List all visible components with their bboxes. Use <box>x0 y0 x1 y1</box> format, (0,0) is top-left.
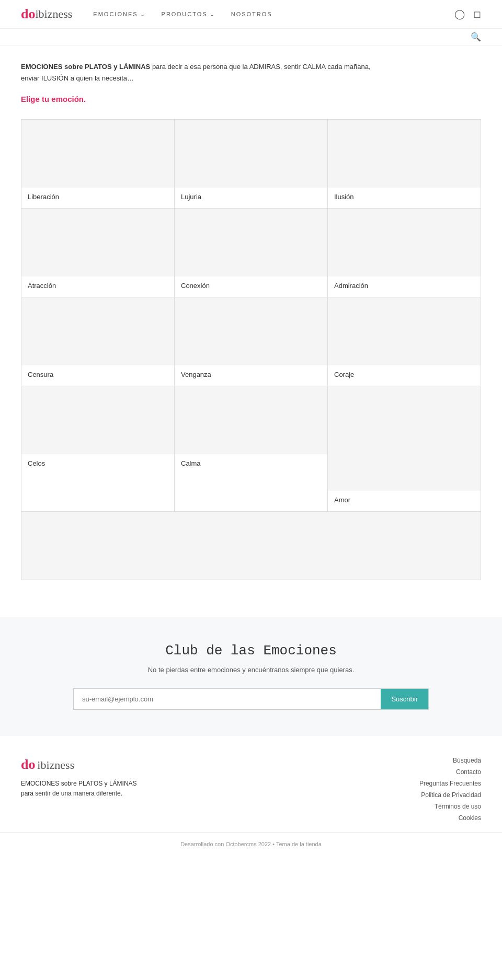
search-row: 🔍 <box>0 29 502 45</box>
main-nav: EMOCIONES ⌄ PRODUCTOS ⌄ NOSOTROS <box>93 11 454 18</box>
emotion-card-coraje[interactable]: Coraje <box>328 297 481 386</box>
hero-bold: EMOCIONES sobre PLATOS y LÁMINAS <box>21 63 150 71</box>
card-image-liberacion <box>21 120 174 188</box>
card-label-lujuria: Lujuria <box>175 188 327 208</box>
card-label-ilusion: Ilusión <box>328 188 481 208</box>
chevron-down-icon: ⌄ <box>210 11 215 18</box>
footer-bottom: Desarrollado con Octobercms 2022 • Tema … <box>0 832 502 856</box>
emotion-grid: Liberación Lujuria Ilusión Atracción Con… <box>21 119 481 580</box>
newsletter-title: Club de las Emociones <box>21 643 481 659</box>
card-image-amor <box>328 386 481 491</box>
emotion-card-extra[interactable] <box>21 512 481 580</box>
site-logo[interactable]: do ibizness <box>21 6 72 22</box>
emotion-card-celos[interactable]: Celos <box>21 386 175 512</box>
header-icons: ◯ ◻ <box>454 8 481 20</box>
newsletter-subtitle: No te pierdas entre emociones y encuéntr… <box>21 665 481 676</box>
footer-tagline-line1: EMOCIONES sobre PLATOS y LÁMINAS <box>21 779 235 789</box>
emotion-card-atraccion[interactable]: Atracción <box>21 209 175 297</box>
footer-link-privacidad[interactable]: Politica de Privacidad <box>421 791 481 799</box>
card-image-celos <box>21 386 174 454</box>
footer-logo-bizness: ibizness <box>37 758 74 771</box>
card-label-calma: Calma <box>175 454 327 475</box>
footer-link-cookies[interactable]: Cookies <box>459 814 481 822</box>
card-image-ilusion <box>328 120 481 188</box>
card-image-admiracion <box>328 209 481 276</box>
card-image-calma <box>175 386 327 454</box>
card-label-venganza: Venganza <box>175 365 327 386</box>
card-image-censura <box>21 297 174 365</box>
footer-link-terminos[interactable]: Términos de uso <box>435 803 481 810</box>
nav-emociones[interactable]: EMOCIONES ⌄ <box>93 11 145 18</box>
footer-bottom-text: Desarrollado con Octobercms 2022 • Tema … <box>180 841 322 847</box>
card-label-conexion: Conexión <box>175 276 327 297</box>
newsletter-subscribe-button[interactable]: Suscribir <box>381 689 428 709</box>
card-label-admiracion: Admiración <box>328 276 481 297</box>
site-header: do ibizness EMOCIONES ⌄ PRODUCTOS ⌄ NOSO… <box>0 0 502 29</box>
footer-tagline-line2: para sentir de una manera diferente. <box>21 789 235 799</box>
card-image-extra <box>21 512 481 580</box>
footer-link-preguntas[interactable]: Preguntas Frecuentes <box>419 780 481 787</box>
newsletter-email-input[interactable] <box>74 689 381 709</box>
logo-do: do <box>21 6 35 22</box>
main-content: EMOCIONES sobre PLATOS y LÁMINAS para de… <box>0 45 502 596</box>
choose-emotion-label: Elige tu emoción. <box>21 95 481 103</box>
chevron-down-icon: ⌄ <box>140 11 146 18</box>
card-image-lujuria <box>175 120 327 188</box>
footer-nav: Búsqueda Contacto Preguntas Frecuentes P… <box>267 757 481 822</box>
emotion-card-calma[interactable]: Calma <box>175 386 328 512</box>
card-image-atraccion <box>21 209 174 276</box>
card-image-venganza <box>175 297 327 365</box>
footer-logo-do: do <box>21 757 35 772</box>
card-label-censura: Censura <box>21 365 174 386</box>
newsletter-section: Club de las Emociones No te pierdas entr… <box>0 617 502 736</box>
card-label-liberacion: Liberación <box>21 188 174 208</box>
cart-icon[interactable]: ◻ <box>473 8 481 20</box>
logo-bizness: ibizness <box>35 7 72 21</box>
emotion-card-ilusion[interactable]: Ilusión <box>328 120 481 209</box>
emotion-card-liberacion[interactable]: Liberación <box>21 120 175 209</box>
nav-nosotros[interactable]: NOSOTROS <box>231 11 272 17</box>
newsletter-form: Suscribir <box>73 688 429 710</box>
card-label-celos: Celos <box>21 454 174 475</box>
footer-logo[interactable]: do ibizness <box>21 757 235 773</box>
emotion-card-conexion[interactable]: Conexión <box>175 209 328 297</box>
card-image-conexion <box>175 209 327 276</box>
emotion-card-venganza[interactable]: Venganza <box>175 297 328 386</box>
footer-link-contacto[interactable]: Contacto <box>456 768 481 776</box>
emotion-card-censura[interactable]: Censura <box>21 297 175 386</box>
nav-productos[interactable]: PRODUCTOS ⌄ <box>162 11 215 18</box>
emotion-card-lujuria[interactable]: Lujuria <box>175 120 328 209</box>
user-icon[interactable]: ◯ <box>454 8 465 20</box>
site-footer: do ibizness EMOCIONES sobre PLATOS y LÁM… <box>0 736 502 856</box>
emotion-card-amor[interactable]: Amor <box>328 386 481 512</box>
footer-content: do ibizness EMOCIONES sobre PLATOS y LÁM… <box>0 736 502 832</box>
card-image-coraje <box>328 297 481 365</box>
card-label-coraje: Coraje <box>328 365 481 386</box>
search-icon[interactable]: 🔍 <box>471 32 481 42</box>
emotion-card-admiracion[interactable]: Admiración <box>328 209 481 297</box>
card-label-atraccion: Atracción <box>21 276 174 297</box>
footer-link-busqueda[interactable]: Búsqueda <box>453 757 481 764</box>
footer-brand: do ibizness EMOCIONES sobre PLATOS y LÁM… <box>21 757 235 799</box>
hero-text: EMOCIONES sobre PLATOS y LÁMINAS para de… <box>21 61 387 84</box>
card-label-amor: Amor <box>328 491 481 511</box>
